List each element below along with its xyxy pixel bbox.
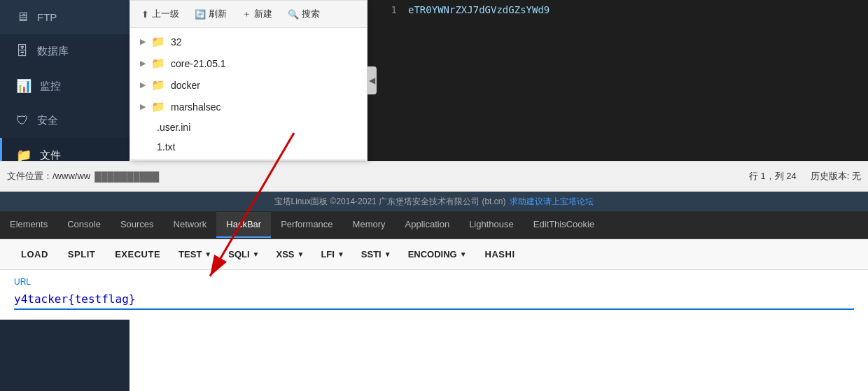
history-label: 历史版本: 无	[811, 170, 861, 183]
new-label: 新建	[254, 8, 272, 20]
lfi-caret: ▼	[337, 250, 344, 258]
file-path-label: 文件位置：/www/ww	[7, 170, 90, 183]
footer-bar: 宝塔Linux面板 ©2014-2021 广东堡塔安全技术有限公司 (bt.cn…	[0, 192, 868, 211]
ftp-icon: 🖥	[16, 10, 29, 24]
editor-line: 1 eTR0YWNrZXJ7dGVzdGZsYWd9	[368, 0, 868, 20]
tab-network[interactable]: Network	[164, 212, 217, 238]
devtools-tabs: Elements Console Sources Network HackBar…	[0, 211, 868, 239]
tab-application[interactable]: Application	[396, 212, 460, 238]
sqli-caret: ▼	[253, 250, 260, 258]
refresh-button[interactable]: 🔄 刷新	[190, 6, 231, 22]
sidebar-item-security-label: 安全	[37, 114, 58, 127]
up-label: 上一级	[152, 8, 179, 20]
load-button[interactable]: LOAD	[11, 243, 58, 265]
list-item[interactable]: 1.txt	[130, 137, 367, 157]
line-number: 1	[376, 4, 397, 15]
url-input[interactable]	[14, 290, 854, 310]
add-icon: ＋	[242, 8, 251, 20]
expand-icon: ▶	[140, 59, 146, 68]
file-name: .user.ini	[157, 122, 190, 133]
url-area: URL	[0, 270, 868, 320]
hashi-button[interactable]: HASHI	[475, 243, 525, 265]
xss-caret: ▼	[298, 250, 304, 258]
test-button[interactable]: TEST ▼	[170, 243, 220, 265]
copyright-text: 宝塔Linux面板 ©2014-2021 广东堡塔安全技术有限公司 (bt.cn…	[274, 196, 506, 208]
search-button[interactable]: 🔍 搜索	[284, 6, 324, 22]
tab-performance[interactable]: Performance	[271, 212, 342, 238]
hackbar-toolbar: LOAD SPLIT EXECUTE TEST ▼ SQLI ▼ XSS ▼ L…	[0, 239, 868, 270]
expand-icon: ▶	[140, 102, 146, 111]
file-name: 1.txt	[157, 141, 175, 152]
sqli-button[interactable]: SQLI ▼	[220, 243, 267, 265]
file-name: marshalsec	[171, 101, 221, 113]
list-item[interactable]: ▶ 📁 32	[130, 31, 367, 52]
up-button[interactable]: ⬆ 上一级	[137, 6, 183, 22]
sidebar-item-files-label: 文件	[40, 149, 61, 162]
url-label: URL	[14, 277, 854, 287]
folder-icon: 📁	[151, 57, 165, 70]
folder-icon: 📁	[151, 100, 165, 113]
test-caret: ▼	[204, 250, 211, 258]
tab-editthiscookie[interactable]: EditThisCookie	[524, 212, 604, 238]
ssti-button[interactable]: SSTI ▼	[353, 243, 400, 265]
sidebar-item-security[interactable]: 🛡 安全	[0, 104, 130, 138]
encoding-button[interactable]: ENCODING ▼	[400, 243, 475, 265]
sidebar-item-monitor[interactable]: 📊 监控	[0, 69, 130, 104]
sidebar-item-ftp[interactable]: 🖥 FTP	[0, 0, 130, 34]
help-link[interactable]: 求助建议请上宝塔论坛	[510, 196, 594, 208]
refresh-icon: 🔄	[195, 9, 206, 20]
expand-icon: ▶	[140, 37, 146, 46]
search-label: 搜索	[302, 8, 320, 20]
list-item[interactable]: .user.ini	[130, 118, 367, 137]
list-item[interactable]: ▶ 📁 core-21.05.1	[130, 52, 367, 74]
lfi-button[interactable]: LFI ▼	[312, 243, 352, 265]
tab-hackbar[interactable]: HackBar	[216, 212, 271, 238]
up-icon: ⬆	[141, 9, 149, 20]
database-icon: 🗄	[16, 44, 29, 59]
expand-icon: ▶	[140, 80, 146, 90]
file-popover: ⬆ 上一级 🔄 刷新 ＋ 新建 🔍 搜索 ▶ 📁 32 ▶ 📁 core-21.…	[130, 0, 368, 160]
refresh-label: 刷新	[209, 8, 227, 20]
split-button[interactable]: SPLIT	[58, 243, 105, 265]
ssti-caret: ▼	[384, 250, 391, 258]
sidebar-item-database-label: 数据库	[37, 45, 69, 58]
file-path-redacted: ██████████	[94, 171, 159, 182]
file-name: 32	[171, 36, 182, 48]
collapse-button[interactable]: ◀	[367, 66, 377, 94]
new-button[interactable]: ＋ 新建	[238, 6, 276, 22]
sidebar-item-ftp-label: FTP	[37, 11, 57, 23]
code-editor[interactable]: 1 eTR0YWNrZXJ7dGVzdGZsYWd9	[368, 0, 868, 161]
execute-button[interactable]: EXECUTE	[105, 243, 170, 265]
list-item[interactable]: ▶ 📁 docker	[130, 74, 367, 96]
tab-console[interactable]: Console	[57, 212, 111, 238]
status-bar: 文件位置：/www/ww ██████████ 行 1，列 24 历史版本: 无	[0, 161, 868, 192]
sidebar-item-monitor-label: 监控	[40, 80, 61, 93]
xss-button[interactable]: XSS ▼	[267, 243, 312, 265]
editor-line-content: eTR0YWNrZXJ7dGVzdGZsYWd9	[408, 4, 550, 15]
cursor-position: 行 1，列 24	[749, 170, 797, 183]
encoding-caret: ▼	[460, 250, 467, 258]
file-name: core-21.05.1	[171, 58, 226, 69]
file-name: docker	[171, 80, 200, 91]
folder-icon: 📁	[151, 78, 165, 92]
search-icon: 🔍	[288, 9, 299, 20]
monitor-icon: 📊	[16, 78, 31, 94]
sidebar-item-database[interactable]: 🗄 数据库	[0, 34, 130, 69]
tab-memory[interactable]: Memory	[343, 212, 396, 238]
file-list: ▶ 📁 32 ▶ 📁 core-21.05.1 ▶ 📁 docker ▶ 📁 m…	[130, 28, 367, 159]
tab-lighthouse[interactable]: Lighthouse	[459, 212, 524, 238]
shield-icon: 🛡	[16, 113, 29, 128]
tab-sources[interactable]: Sources	[111, 212, 164, 238]
folder-icon: 📁	[151, 35, 165, 48]
tab-elements[interactable]: Elements	[0, 212, 57, 238]
list-item[interactable]: ▶ 📁 marshalsec	[130, 96, 367, 118]
file-toolbar: ⬆ 上一级 🔄 刷新 ＋ 新建 🔍 搜索	[130, 1, 367, 28]
